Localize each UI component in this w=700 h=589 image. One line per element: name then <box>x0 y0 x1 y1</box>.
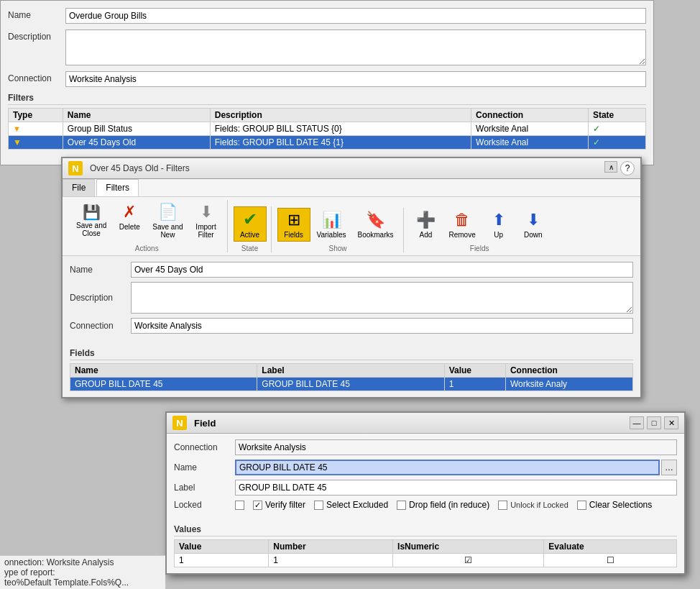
tab-file[interactable]: File <box>63 179 95 196</box>
down-label: Down <box>524 231 543 239</box>
bg-description-row: Description <box>8 29 646 65</box>
ribbon-content: 💾 Save andClose ✗ Delete 📄 Save andNew ⬇ <box>63 197 640 255</box>
values-section-label: Values <box>174 524 677 537</box>
verify-filter-item: ✓ Verify filter <box>253 500 305 510</box>
collapse-icon[interactable]: ∧ <box>604 161 617 173</box>
row2-name: Over 45 Days Old <box>63 136 210 150</box>
field-name-browse-button[interactable]: … <box>661 460 677 475</box>
bg-connection-label: Connection <box>8 71 65 83</box>
remove-button[interactable]: 🗑 Remove <box>444 208 481 242</box>
col-description: Description <box>210 109 471 122</box>
bg-name-input[interactable] <box>65 8 646 24</box>
ribbon-group-actions: 💾 Save andClose ✗ Delete 📄 Save andNew ⬇ <box>67 200 228 252</box>
down-icon: ⬇ <box>527 211 540 229</box>
field-dialog-body: Connection Name … Label Locked ✓ <box>167 434 684 520</box>
add-button[interactable]: ➕ Add <box>410 208 443 242</box>
row1-description: Fields: GROUP BILL STATUS {0} <box>210 122 471 136</box>
tab-filters[interactable]: Filters <box>96 179 139 196</box>
field-connection-label: Connection <box>174 442 235 452</box>
import-filter-button[interactable]: ⬇ ImportFilter <box>190 200 223 242</box>
values-table-row[interactable]: 1 1 ☑ ☐ <box>175 554 677 567</box>
add-label: Add <box>420 231 433 239</box>
bg-description-input[interactable] <box>65 29 646 65</box>
filter-row-2[interactable]: ▼ Over 45 Days Old Fields: GROUP BILL DA… <box>9 136 646 150</box>
bookmarks-icon: 🔖 <box>366 211 385 229</box>
field-dialog-title: Field <box>194 418 216 429</box>
verify-filter-checkbox[interactable]: ✓ <box>253 501 262 510</box>
show-group-label: Show <box>329 245 347 252</box>
fd-connection-input[interactable] <box>131 318 633 334</box>
fields-icon: ⊞ <box>287 211 300 229</box>
clear-selections-label: Clear Selections <box>589 500 652 510</box>
select-excluded-checkbox[interactable] <box>314 501 323 510</box>
col-name: Name <box>63 109 210 122</box>
state-group-label: State <box>241 245 258 252</box>
filter-row-1[interactable]: ▼ Group Bill Status Fields: GROUP BILL S… <box>9 122 646 136</box>
row1-state: ✓ <box>588 122 645 136</box>
field-connection-input[interactable] <box>235 439 677 455</box>
filters-form: Name Description Connection <box>63 256 640 344</box>
up-icon: ⬆ <box>492 211 505 229</box>
help-icon[interactable]: ? <box>620 161 635 175</box>
bookmarks-label: Bookmarks <box>357 231 393 239</box>
locked-checkbox[interactable] <box>235 501 244 510</box>
vt-col-value: Value <box>175 540 269 554</box>
import-filter-icon: ⬇ <box>200 203 213 222</box>
fd-connection-row: Connection <box>70 318 633 334</box>
select-excluded-label: Select Excluded <box>326 500 388 510</box>
save-new-button[interactable]: 📄 Save andNew <box>147 200 188 242</box>
down-button[interactable]: ⬇ Down <box>517 208 550 242</box>
vt-row1-evaluate: ☐ <box>544 554 677 567</box>
ribbon-group-fields: ➕ Add 🗑 Remove ⬆ Up ⬇ Down <box>405 208 554 252</box>
fields-table-row[interactable]: GROUP BILL DATE 45 GROUP BILL DATE 45 1 … <box>70 378 633 391</box>
fields-button[interactable]: ⊞ Fields <box>277 208 310 242</box>
up-button[interactable]: ⬆ Up <box>482 208 515 242</box>
save-close-label: Save andClose <box>76 222 106 237</box>
fields-label: Fields <box>284 231 303 239</box>
status-line-2: ype of report: <box>4 567 161 577</box>
filters-section-label: Filters <box>8 93 646 105</box>
status-bar: onnection: Worksite Analysis ype of repo… <box>0 555 165 589</box>
n-logo: N <box>68 161 83 175</box>
checkbox-row: ✓ Verify filter Select Excluded Drop fie… <box>235 500 652 510</box>
variables-icon: 📊 <box>322 211 341 229</box>
variables-button[interactable]: 📊 Variables <box>312 208 351 242</box>
filters-dialog: N Over 45 Days Old - Filters ∧ ? File Fi… <box>61 157 642 398</box>
bg-connection-input[interactable] <box>65 71 646 87</box>
field-dialog-maximize[interactable]: □ <box>647 416 661 429</box>
bookmarks-button[interactable]: 🔖 Bookmarks <box>352 208 398 242</box>
show-buttons: ⊞ Fields 📊 Variables 🔖 Bookmarks <box>277 208 399 242</box>
active-button[interactable]: ✔ Active <box>234 206 267 242</box>
fd-name-input[interactable] <box>131 262 633 278</box>
col-type: Type <box>9 109 63 122</box>
save-close-button[interactable]: 💾 Save andClose <box>71 200 111 242</box>
bg-name-row: Name <box>8 8 646 24</box>
field-dialog-minimize[interactable]: — <box>630 416 644 429</box>
delete-button[interactable]: ✗ Delete <box>113 200 146 242</box>
drop-field-item: Drop field (in reduce) <box>397 500 489 510</box>
ribbon-group-show: ⊞ Fields 📊 Variables 🔖 Bookmarks Show <box>273 208 404 252</box>
active-label: Active <box>240 231 259 239</box>
clear-selections-checkbox[interactable] <box>577 501 586 510</box>
field-name-input[interactable] <box>235 460 660 475</box>
row2-type: ▼ <box>9 136 63 150</box>
verify-filter-label: Verify filter <box>265 500 305 510</box>
field-label-input[interactable] <box>235 480 677 496</box>
fd-description-input[interactable] <box>131 282 633 314</box>
filters-dialog-titlebar: N Over 45 Days Old - Filters ∧ ? <box>63 158 640 179</box>
fd-name-label: Name <box>70 265 131 275</box>
field-connection-row: Connection <box>174 439 677 455</box>
row2-state: ✓ <box>588 136 645 150</box>
fields-table: Name Label Value Connection GROUP BILL D… <box>70 363 633 391</box>
drop-field-checkbox[interactable] <box>397 501 406 510</box>
row1-name: Group Bill Status <box>63 122 210 136</box>
filters-dialog-controls: ∧ ? <box>604 161 635 175</box>
field-dialog-close[interactable]: ✕ <box>664 416 678 429</box>
import-filter-label: ImportFilter <box>195 223 216 239</box>
col-state: State <box>588 109 645 122</box>
field-dialog-controls: — □ ✕ <box>630 416 678 429</box>
unlock-if-locked-checkbox[interactable] <box>498 501 507 510</box>
ft-col-name: Name <box>70 364 257 378</box>
delete-icon: ✗ <box>123 203 136 222</box>
ft-row1-name: GROUP BILL DATE 45 <box>70 378 257 391</box>
